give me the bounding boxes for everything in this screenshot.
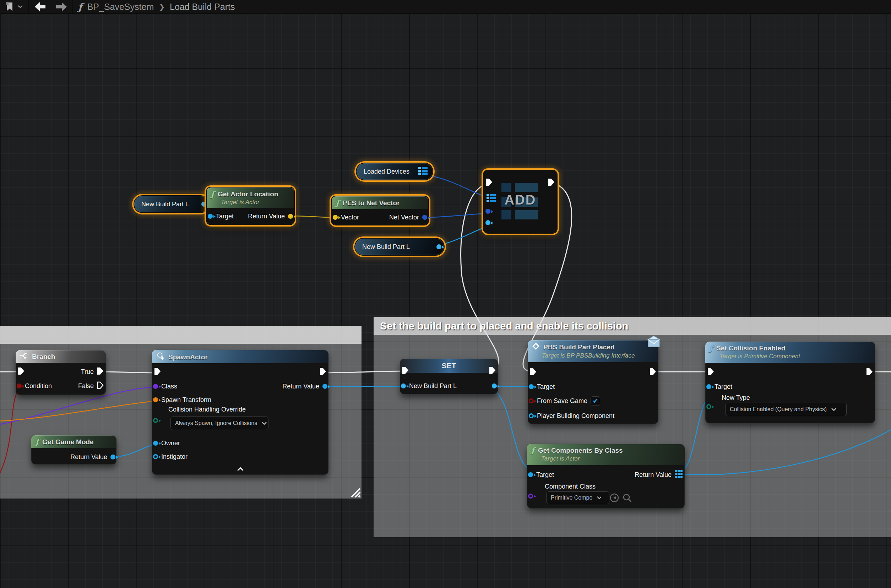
wire-gal-pes [290,216,337,218]
node-branch[interactable]: Branch True Condition False [16,350,106,395]
owner-pin[interactable] [153,441,158,446]
pin-label: Net Vector [389,214,419,221]
function-icon: ƒ [531,446,534,455]
variable-node-new-build-part-2[interactable]: New Build Part L [355,238,444,255]
component-class-label: Component Class [545,483,596,490]
wire-getcomp-offscreen [678,430,891,475]
use-selected-icon[interactable] [609,493,620,504]
input-pin-item-2[interactable] [486,220,490,225]
bookmark-icon[interactable] [5,2,14,12]
output-pin-object[interactable] [201,202,206,207]
false-exec-pin[interactable] [97,381,104,391]
new-type-label: New Type [722,394,750,402]
exec-in-pin[interactable] [530,368,537,377]
function-icon: ƒ [211,190,214,198]
exec-out-pin[interactable] [548,178,555,188]
collapse-node-chevron[interactable] [152,466,328,472]
exec-in-pin[interactable] [154,368,161,377]
graph-title-bar: ƒ BP_SaveSystem ❯ Load Build Parts [0,0,891,14]
pin-label: Spawn Transform [161,396,211,404]
function-icon: ƒ [336,198,339,207]
divider [28,0,29,14]
collision-handling-pin[interactable] [153,418,158,423]
variable-node-new-build-part-1[interactable]: New Build Part L [134,196,209,212]
node-array-add[interactable]: ADD [484,170,557,233]
new-type-pin[interactable] [706,404,711,409]
exec-in-pin[interactable] [707,368,714,377]
new-type-dropdown[interactable]: Collision Enabled (Query and Physics) [725,403,847,416]
node-pes-to-net-vector[interactable]: ƒ PES to Net Vector Vector Net Vector [332,196,428,225]
breadcrumb-page[interactable]: Load Build Parts [170,2,235,12]
bookmark-dropdown-chevron[interactable] [17,4,24,9]
return-value-array-pin-icon[interactable] [675,470,683,480]
exec-in-pin[interactable] [486,178,492,188]
spawn-transform-pin[interactable] [153,398,158,402]
exec-out-pin[interactable] [489,366,496,376]
node-title: SpawnActor [168,353,208,361]
interface-diamond-icon [532,342,540,352]
spawn-actor-icon [156,352,165,362]
target-pin[interactable] [208,214,213,219]
wire-branch-true-spawn [100,372,158,373]
node-title: PBS Build Part Placed [543,344,615,351]
collision-handling-dropdown[interactable]: Always Spawn, Ignore Collisions [171,417,268,430]
node-title: Get Game Mode [42,438,94,446]
node-get-actor-location[interactable]: ƒ Get Actor Location Target is Actor Tar… [207,188,294,224]
pin-label: Class [161,383,177,390]
from-save-game-pin[interactable] [529,398,534,404]
exec-in-pin[interactable] [18,367,24,376]
vector-pin[interactable] [333,215,338,220]
pin-label: Return Value [248,213,285,220]
pin-label: Owner [161,440,180,447]
net-vector-pin[interactable] [422,215,427,220]
node-set-variable[interactable]: SET New Build Part L [400,358,498,394]
target-pin[interactable] [528,472,533,477]
return-value-pin[interactable] [111,454,116,459]
component-class-dropdown[interactable]: Primitive Compo [546,491,609,504]
return-value-pin[interactable] [322,384,327,389]
blueprint-graph-canvas[interactable]: ƒ BP_SaveSystem ❯ Load Build Parts Zoom … [0,0,891,588]
exec-out-pin[interactable] [650,368,656,377]
chevron-down-icon [261,422,267,425]
output-pin-object[interactable] [436,244,441,249]
variable-out-pin[interactable] [492,384,497,388]
target-pin[interactable] [706,384,711,389]
wires-layer [0,0,891,588]
variable-node-loaded-devices[interactable]: Loaded Devices [357,164,432,180]
instigator-pin[interactable] [153,454,158,459]
component-class-pin[interactable] [528,494,533,498]
node-spawn-actor[interactable]: SpawnActor Class Return Value Spawn Tran… [152,350,328,475]
node-title: Branch [32,353,55,361]
pin-label: Vector [341,214,359,221]
array-input-pin-icon[interactable] [486,194,496,204]
node-get-game-mode[interactable]: ƒ Get Game Mode Return Value [31,435,117,464]
breadcrumb-root[interactable]: BP_SaveSystem [87,2,154,12]
exec-in-pin[interactable] [402,366,409,376]
output-pin-array-icon[interactable] [418,166,428,177]
condition-pin[interactable] [17,384,22,388]
breadcrumb-separator-icon: ❯ [159,3,165,11]
back-arrow-icon[interactable] [34,2,46,11]
node-set-collision-enabled[interactable]: ƒ Set Collision Enabled Target is Primit… [705,342,875,423]
collision-handling-label: Collision Handling Override [168,406,246,413]
node-pbs-build-part-placed[interactable]: PBS Build Part Placed Target is BP PBSBu… [528,340,658,424]
node-subtitle: Target is BP PBSBuilding Interface [528,352,658,359]
forward-arrow-icon[interactable] [56,2,68,11]
true-exec-pin[interactable] [97,367,104,376]
divider [72,0,73,14]
pin-label: From Save Game [537,398,587,405]
exec-out-pin[interactable] [866,368,873,377]
variable-in-pin[interactable] [401,384,406,388]
browse-search-icon[interactable] [622,493,632,504]
from-save-game-checkbox[interactable]: ✔ [591,396,600,406]
wire-red-condition [0,386,23,473]
branch-icon [20,352,28,361]
node-get-components-by-class[interactable]: ƒ Get Components By Class Target is Acto… [527,444,685,508]
input-pin-item[interactable] [486,209,490,214]
player-building-component-pin[interactable] [529,413,534,418]
target-pin[interactable] [529,384,534,389]
class-pin[interactable] [153,384,158,389]
pin-label: Target [216,213,234,220]
return-value-pin[interactable] [288,214,293,219]
exec-out-pin[interactable] [320,368,326,377]
